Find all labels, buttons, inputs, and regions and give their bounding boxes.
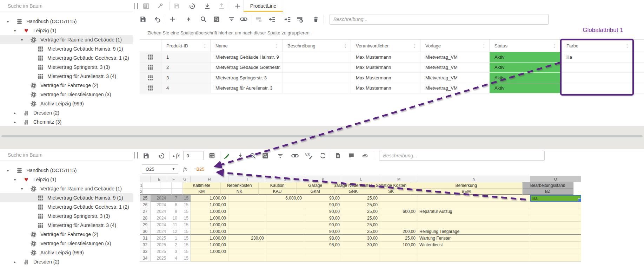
chevron-down-icon[interactable]: ▾ [14,178,19,182]
cell-beschreibung[interactable] [283,52,351,62]
sheet-cell[interactable]: 1.000,00 [191,195,228,202]
edit-pencil-icon[interactable] [223,151,231,160]
chevron-right-icon[interactable]: ▸ [14,111,19,115]
sheet-cell[interactable] [418,215,530,222]
row-number[interactable]: 31 [140,235,151,242]
sheet-cell[interactable]: 90,00 [304,215,342,222]
sheet-cell[interactable]: 90,00 [304,208,342,215]
sheet-cell[interactable]: 25,00 [342,228,380,235]
column-letter[interactable]: N [418,176,530,182]
cell-produkt-id[interactable]: 3 [161,73,211,83]
row-number[interactable]: 25 [140,195,151,202]
group-save-icon[interactable] [254,15,263,24]
formula-input[interactable]: =B25 [194,167,205,172]
swap-icon[interactable] [319,151,327,160]
cell-verantwortlicher[interactable]: Max Mustermann [351,73,420,83]
sheet-cell[interactable]: 98,00 [304,235,342,242]
table-row[interactable]: 4 Mietvertrag für Aurelienstr. 3 Max Mus… [140,83,644,94]
cell-produkt-id[interactable]: 4 [161,83,211,93]
tree-item-archiv[interactable]: Archiv Leipzig (999) [0,248,133,257]
sheet-header-cell[interactable]: Garage Nebenkosten [334,182,372,189]
row-table-icon[interactable] [140,83,161,93]
active-cell-o25[interactable]: lila [530,195,581,202]
sheet-cell[interactable] [228,248,266,255]
cell-vorlage[interactable]: Mietvertrag_VM [420,73,490,83]
sheet-cell[interactable]: 6.000,00 [266,195,304,202]
cell-produkt-id[interactable]: 1 [161,52,211,62]
sheet-cell[interactable]: 1.000,00 [191,228,228,235]
cell-vorlage[interactable]: Mietvertrag_VM [420,63,490,73]
sheet-cell[interactable]: 1.000,00 [191,242,228,248]
sheet-cell[interactable]: 15 [179,235,191,242]
sheet-cell[interactable] [266,228,304,235]
sheet-cell[interactable]: 90,00 [304,228,342,235]
column-header-produkt-id[interactable]: Produkt-ID⋮ [161,40,211,52]
sheet-cell[interactable]: 100,00 [380,242,418,248]
tree-item-dienstleistungen[interactable]: Verträge für Dienstleistungen (3) [0,90,133,99]
sheet-cell[interactable]: 15 [179,202,191,208]
sheet-cell[interactable] [304,255,342,262]
column-letter[interactable]: I [228,176,266,182]
sheet-cell[interactable] [530,222,581,228]
cell-status[interactable]: Aktiv [490,73,560,83]
sheet-cell[interactable]: 600,00 [380,208,418,215]
sheet-cell[interactable] [266,242,304,248]
table-row[interactable]: 3 Mietvertrag Springerstr. 3 Max Musterm… [140,73,644,83]
save-icon[interactable] [139,15,147,24]
tree-item-goethestr[interactable]: Mietvertrag Gebäude Goethestr. 1 (2) [0,202,133,211]
filter-icon[interactable] [227,15,235,24]
sheet-cell[interactable]: 2024 [151,195,168,202]
tree-item-archiv[interactable]: Archiv Leipzig (999) [0,99,133,108]
sheet-cell[interactable] [228,195,266,202]
sheet-cell[interactable]: 90,00 [304,195,342,202]
sheet-cell[interactable]: 9 [168,208,179,215]
sheet-cell[interactable] [342,255,380,262]
splitter-drag-bar[interactable] [1,135,643,137]
sheet-cell[interactable]: 1.000,00 [191,248,228,255]
sheet-header-cell[interactable]: Bemerkung [410,182,523,189]
sheet-cell[interactable]: 200,00 [380,228,418,235]
tree-item-vertraege-raeume[interactable]: ▾Verträge für Räume und Gebäude (1) [0,184,133,193]
upload-icon[interactable] [217,2,226,10]
column-header-vorlage[interactable]: Vorlage⋮ [420,40,490,52]
sheet-cell[interactable] [342,248,380,255]
undo-icon[interactable] [153,15,162,24]
sheet-cell[interactable] [266,208,304,215]
column-header-name[interactable]: Name⋮ [211,40,283,52]
sheet-cell[interactable]: 25,00 [380,235,418,242]
sheet-header-cell[interactable]: KAU [259,189,297,195]
sheet-cell[interactable]: 15 [179,215,191,222]
fx-icon[interactable]: ▲fx [172,152,180,159]
sheet-cell[interactable]: 2024 [151,222,168,228]
row-number[interactable]: 33 [140,248,151,255]
sheet-cell[interactable]: 2025 [151,248,168,255]
sheet-cell[interactable] [530,242,581,248]
cell-name[interactable]: Mietvertrag für Aurelienstr. 3 [211,83,283,93]
sheet-cell[interactable]: 2024 [151,202,168,208]
history-icon[interactable] [188,2,196,10]
indent-icon[interactable] [283,15,292,24]
sheet-cell[interactable]: 2 [168,242,179,248]
sheet-cell[interactable] [418,248,530,255]
sheet-header-cell[interactable]: Kaution [259,182,297,189]
sheet-cell[interactable] [172,189,183,195]
tree-search-input[interactable] [0,149,133,161]
tree-item-handbuch[interactable]: ▾Handbuch (OCT51115) [0,17,133,26]
column-letter[interactable]: M [380,176,418,182]
table-row[interactable]: 2 Mietvertrag Gebäude Goethestr. 1 Max M… [140,63,644,73]
sheet-cell[interactable]: 15 [179,228,191,235]
sheet-cell[interactable] [530,208,581,215]
sheet-cell[interactable]: Reparatur Aufzug [418,208,530,215]
column-menu-icon[interactable]: ⋮ [274,43,279,48]
tree-item-fahrzeuge[interactable]: Verträge für Fahrzeuge (2) [0,230,133,239]
tree-item-dienstleistungen[interactable]: Verträge für Dienstleistungen (3) [0,239,133,248]
tree-item-vertraege-raeume[interactable]: ▾Verträge für Räume und Gebäude (1) [0,35,133,44]
link-icon[interactable] [291,151,299,160]
row-number[interactable]: 26 [140,202,151,208]
sheet-cell[interactable] [266,202,304,208]
description-input[interactable] [330,14,549,25]
cell-farbe[interactable] [562,63,633,73]
document-icon[interactable] [334,151,342,160]
sheet-cell[interactable] [160,182,172,189]
panel-icon[interactable] [142,2,150,10]
